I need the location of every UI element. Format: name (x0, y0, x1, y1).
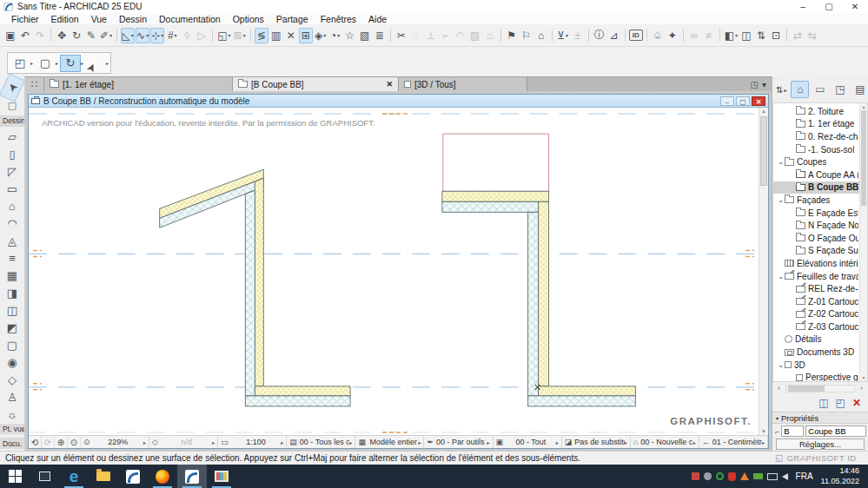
flyout-arrow-icon[interactable]: ▸ (143, 439, 146, 445)
scroll-up-icon[interactable]: ▲ (860, 104, 867, 109)
toolbar-button[interactable] (390, 29, 391, 42)
intersect-icon[interactable]: ⌐ (439, 28, 453, 43)
redo-icon[interactable]: ↷ (33, 28, 47, 43)
fillet-icon[interactable]: ◠ (454, 28, 467, 43)
mesh-tool-icon[interactable]: ◬ (0, 233, 24, 250)
scrollbar-thumb[interactable] (788, 386, 825, 392)
section-name-field[interactable] (805, 425, 866, 437)
tray-volume-icon[interactable] (782, 473, 788, 480)
zoom-in-icon[interactable]: ⊕ (55, 436, 68, 448)
update-icon[interactable]: ⇅ (754, 28, 768, 43)
close-x-icon[interactable]: ✕ (284, 28, 298, 43)
morph-tool-icon[interactable]: ◇ (0, 372, 24, 389)
settings-button[interactable]: Réglages... (776, 439, 865, 450)
task-view-icon[interactable] (30, 465, 59, 488)
tab-list-icon[interactable]: ◳ (751, 80, 759, 89)
teamwork-receive-icon[interactable]: ⇆ (805, 28, 819, 43)
home-story-icon[interactable]: ⌂ (534, 28, 548, 43)
status-segment[interactable]: ▦ Modèle entier ▸ (355, 436, 424, 448)
view-tab[interactable]: [1. 1er étage] ✕ (44, 77, 233, 91)
snap-guides-icon[interactable]: ∿ (136, 28, 149, 43)
columns-icon[interactable]: ▥ (269, 28, 283, 43)
canvas-vertical-scrollbar[interactable]: ▲ ▼ (759, 108, 768, 435)
menu-item[interactable]: Fenêtres (315, 14, 362, 24)
menu-item[interactable]: Partage (270, 14, 315, 24)
group-icon[interactable]: ◱ (216, 28, 231, 43)
object-tool-icon[interactable]: ♙ (0, 389, 24, 406)
status-segment[interactable]: ✒ 00 - Par outils ... ▸ (424, 436, 493, 448)
element-id-icon[interactable]: ID (629, 30, 643, 41)
minimize-icon[interactable]: – (790, 2, 816, 11)
chevron-down-icon[interactable] (777, 158, 785, 166)
tree-item[interactable]: 1. 1er étage (773, 118, 867, 131)
drawing-canvas[interactable]: ARCHICAD version pour l'éducation, reven… (29, 108, 759, 435)
restore-icon[interactable]: ▢ (736, 96, 750, 106)
teamwork-send-icon[interactable]: ⇄ (791, 28, 805, 43)
adjust-icon[interactable]: ⊥ (424, 28, 438, 43)
tray-network-icon[interactable] (767, 473, 778, 480)
snap-points-icon[interactable]: ⊹ (150, 28, 164, 43)
layout-book-icon[interactable]: ◳ (831, 81, 849, 98)
flyout-arrow-icon[interactable]: ▸ (418, 439, 421, 445)
tree-item[interactable]: A Coupe AA (Modèle (773, 168, 867, 181)
archicad-icon[interactable] (177, 465, 207, 488)
new-viewpoint-icon[interactable]: ◰ (836, 397, 845, 409)
flyout-arrow-icon[interactable]: ▸ (106, 60, 109, 66)
quantities-icon[interactable]: ♤ (651, 28, 665, 43)
grid-display-icon[interactable]: ⊞ (299, 28, 313, 43)
flyout-arrow-icon[interactable]: ▸ (30, 60, 33, 66)
toolbar-button[interactable] (250, 29, 251, 42)
flyout-arrow-icon[interactable]: ▸ (693, 439, 696, 445)
close-icon[interactable]: ✕ (752, 96, 765, 106)
library-icon[interactable]: ≣ (373, 28, 387, 43)
close-panel-icon[interactable]: ✕ (852, 397, 861, 409)
measure-icon[interactable]: ⊿ (607, 28, 621, 43)
wall-tool-icon[interactable]: ▱ (0, 129, 24, 146)
publisher-icon[interactable]: ▤ (851, 81, 868, 98)
status-segment[interactable]: ▣ 00 - Tout ▸ (494, 436, 562, 448)
tree-item[interactable]: Documents 3D (773, 346, 867, 359)
clone-icon[interactable]: ◫ (739, 28, 753, 43)
flag-icon[interactable]: ⚑ (505, 28, 519, 43)
chevron-down-icon[interactable] (777, 196, 785, 204)
menu-item[interactable]: Documentation (153, 14, 227, 24)
flyout-arrow-icon[interactable]: ▸ (281, 439, 283, 445)
section-id-field[interactable] (781, 425, 804, 437)
tree-horizontal-scrollbar[interactable]: ‹ › (772, 382, 868, 394)
scroll-down-icon[interactable]: ▼ (759, 429, 768, 434)
shell-tool-icon[interactable]: ◠ (0, 215, 24, 233)
orbit-icon[interactable]: ↻ (70, 28, 83, 43)
flag-outline-icon[interactable]: ⚐ (520, 28, 533, 43)
inject-parameters-icon[interactable]: ✐ (99, 28, 113, 43)
tree-item[interactable]: S Façade Sud (Modèl (773, 245, 867, 258)
tree-item[interactable]: Coupes (773, 155, 867, 168)
tray-app-icon[interactable] (692, 472, 699, 480)
flyout-arrow-icon[interactable]: ▸ (556, 439, 559, 445)
toolbar-button[interactable] (625, 29, 626, 42)
toolbar-button[interactable] (212, 29, 213, 42)
graphisoft-id-bar[interactable]: ◱ GRAPHISOFT ID (772, 451, 868, 465)
tree-item[interactable]: E Façade Est (Modèle (773, 207, 867, 220)
marquee-select-icon[interactable]: ▢ (35, 55, 56, 72)
tag-icon[interactable]: ✦ (666, 28, 679, 43)
quick-options-icon[interactable]: ∷ (25, 77, 44, 91)
scrollbar-thumb[interactable] (861, 110, 866, 206)
status-segment[interactable]: ⊙ 229% ▸ (81, 436, 149, 448)
properties-header[interactable]: ▾ Propriétés (772, 412, 868, 424)
minimize-icon[interactable]: – (720, 96, 734, 106)
door-tool-icon[interactable]: ◨ (0, 285, 24, 302)
zoom-box-icon[interactable]: ⊙ (68, 436, 81, 448)
flyout-arrow-icon[interactable]: ▸ (212, 439, 215, 445)
tray-update-icon[interactable] (704, 472, 712, 480)
info-icon[interactable]: ⓘ (593, 28, 606, 43)
edge-icon[interactable] (59, 465, 89, 488)
lamp-tool-icon[interactable]: ☼ (0, 406, 24, 424)
maximize-icon[interactable]: ▢ (816, 2, 842, 11)
shapes-icon[interactable]: ◈ (314, 28, 328, 43)
menu-item[interactable]: Edition (45, 14, 85, 24)
tray-battery-icon[interactable] (753, 473, 763, 479)
column-tool-icon[interactable]: ▯ (0, 146, 24, 163)
tree-item[interactable]: 3D (773, 359, 867, 372)
tray-sync-icon[interactable] (716, 472, 724, 480)
menu-item[interactable]: Aide (362, 14, 393, 24)
